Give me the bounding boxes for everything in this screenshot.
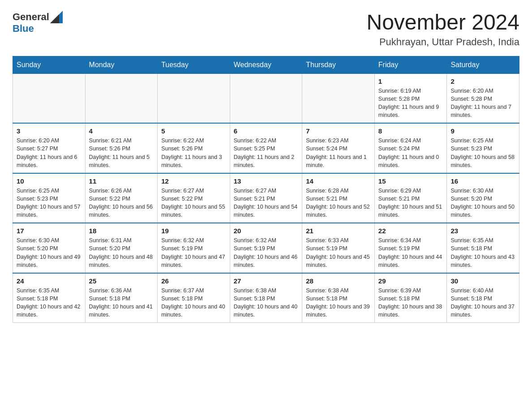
day-info: Sunrise: 6:24 AMSunset: 5:24 PMDaylight:… xyxy=(378,137,443,169)
calendar-cell: 3Sunrise: 6:20 AMSunset: 5:27 PMDaylight… xyxy=(13,123,86,173)
day-info: Sunrise: 6:20 AMSunset: 5:28 PMDaylight:… xyxy=(450,87,515,120)
day-number: 28 xyxy=(306,277,371,285)
calendar-cell: 22Sunrise: 6:34 AMSunset: 5:19 PMDayligh… xyxy=(374,223,447,273)
day-info: Sunrise: 6:25 AMSunset: 5:23 PMDaylight:… xyxy=(17,187,82,219)
calendar-cell: 4Sunrise: 6:21 AMSunset: 5:26 PMDaylight… xyxy=(85,123,158,173)
day-info: Sunrise: 6:23 AMSunset: 5:24 PMDaylight:… xyxy=(306,137,371,169)
day-info: Sunrise: 6:28 AMSunset: 5:21 PMDaylight:… xyxy=(306,187,371,219)
day-info: Sunrise: 6:37 AMSunset: 5:18 PMDaylight:… xyxy=(161,287,226,319)
calendar-cell: 12Sunrise: 6:27 AMSunset: 5:22 PMDayligh… xyxy=(158,173,230,223)
calendar-cell: 25Sunrise: 6:36 AMSunset: 5:18 PMDayligh… xyxy=(85,273,158,323)
day-number: 21 xyxy=(306,227,371,235)
week-row-5: 24Sunrise: 6:35 AMSunset: 5:18 PMDayligh… xyxy=(13,273,519,323)
day-info: Sunrise: 6:27 AMSunset: 5:22 PMDaylight:… xyxy=(161,187,226,219)
day-number: 22 xyxy=(378,227,443,235)
week-row-3: 10Sunrise: 6:25 AMSunset: 5:23 PMDayligh… xyxy=(13,173,519,223)
calendar-cell: 5Sunrise: 6:22 AMSunset: 5:26 PMDaylight… xyxy=(158,123,230,173)
day-number: 6 xyxy=(234,127,299,135)
day-number: 1 xyxy=(378,77,443,85)
weekday-header-monday: Monday xyxy=(85,56,158,73)
day-number: 27 xyxy=(234,277,299,285)
location-title: Pukhrayan, Uttar Pradesh, India xyxy=(366,36,519,48)
day-number: 9 xyxy=(450,127,515,135)
svg-marker-1 xyxy=(50,14,59,23)
day-number: 3 xyxy=(17,127,82,135)
weekday-header-thursday: Thursday xyxy=(302,56,375,73)
day-number: 15 xyxy=(378,177,443,185)
calendar-cell: 27Sunrise: 6:38 AMSunset: 5:18 PMDayligh… xyxy=(230,273,302,323)
day-number: 24 xyxy=(17,277,82,285)
calendar-cell: 1Sunrise: 6:19 AMSunset: 5:28 PMDaylight… xyxy=(374,73,447,123)
day-number: 16 xyxy=(450,177,515,185)
day-number: 23 xyxy=(450,227,515,235)
calendar-cell: 9Sunrise: 6:25 AMSunset: 5:23 PMDaylight… xyxy=(447,123,519,173)
calendar-cell xyxy=(13,73,86,123)
weekday-header-saturday: Saturday xyxy=(447,56,519,73)
day-info: Sunrise: 6:34 AMSunset: 5:19 PMDaylight:… xyxy=(378,236,443,269)
calendar-table: SundayMondayTuesdayWednesdayThursdayFrid… xyxy=(13,56,519,323)
day-info: Sunrise: 6:21 AMSunset: 5:26 PMDaylight:… xyxy=(89,137,154,169)
calendar-cell: 30Sunrise: 6:40 AMSunset: 5:18 PMDayligh… xyxy=(447,273,519,323)
day-info: Sunrise: 6:35 AMSunset: 5:18 PMDaylight:… xyxy=(450,236,515,269)
calendar-cell: 8Sunrise: 6:24 AMSunset: 5:24 PMDaylight… xyxy=(374,123,447,173)
calendar-cell: 7Sunrise: 6:23 AMSunset: 5:24 PMDaylight… xyxy=(302,123,375,173)
day-info: Sunrise: 6:29 AMSunset: 5:21 PMDaylight:… xyxy=(378,187,443,219)
day-info: Sunrise: 6:38 AMSunset: 5:18 PMDaylight:… xyxy=(306,287,371,319)
day-info: Sunrise: 6:22 AMSunset: 5:26 PMDaylight:… xyxy=(161,137,226,169)
day-number: 10 xyxy=(17,177,82,185)
calendar-cell xyxy=(85,73,158,123)
calendar-cell xyxy=(230,73,302,123)
day-info: Sunrise: 6:40 AMSunset: 5:18 PMDaylight:… xyxy=(450,287,515,319)
week-row-2: 3Sunrise: 6:20 AMSunset: 5:27 PMDaylight… xyxy=(13,123,519,173)
day-number: 7 xyxy=(306,127,371,135)
day-number: 4 xyxy=(89,127,154,135)
day-info: Sunrise: 6:30 AMSunset: 5:20 PMDaylight:… xyxy=(450,187,515,219)
day-number: 13 xyxy=(234,177,299,185)
calendar-cell: 11Sunrise: 6:26 AMSunset: 5:22 PMDayligh… xyxy=(85,173,158,223)
logo-triangle-icon xyxy=(50,11,63,23)
month-title: November 2024 xyxy=(366,11,519,34)
logo-blue-text: Blue xyxy=(13,23,64,34)
day-number: 5 xyxy=(161,127,226,135)
day-number: 12 xyxy=(161,177,226,185)
day-number: 25 xyxy=(89,277,154,285)
day-number: 11 xyxy=(89,177,154,185)
calendar-cell: 29Sunrise: 6:39 AMSunset: 5:18 PMDayligh… xyxy=(374,273,447,323)
header: General Blue November 2024 Pukhrayan, Ut… xyxy=(13,11,519,48)
weekday-header-sunday: Sunday xyxy=(13,56,86,73)
day-number: 8 xyxy=(378,127,443,135)
weekday-header-wednesday: Wednesday xyxy=(230,56,302,73)
day-info: Sunrise: 6:26 AMSunset: 5:22 PMDaylight:… xyxy=(89,187,154,219)
calendar-cell xyxy=(158,73,230,123)
calendar-cell: 28Sunrise: 6:38 AMSunset: 5:18 PMDayligh… xyxy=(302,273,375,323)
day-number: 2 xyxy=(450,77,515,85)
day-info: Sunrise: 6:30 AMSunset: 5:20 PMDaylight:… xyxy=(17,236,82,269)
calendar-cell: 24Sunrise: 6:35 AMSunset: 5:18 PMDayligh… xyxy=(13,273,86,323)
calendar-cell: 23Sunrise: 6:35 AMSunset: 5:18 PMDayligh… xyxy=(447,223,519,273)
day-info: Sunrise: 6:20 AMSunset: 5:27 PMDaylight:… xyxy=(17,137,82,169)
logo: General Blue xyxy=(13,11,64,34)
day-number: 29 xyxy=(378,277,443,285)
calendar-cell: 21Sunrise: 6:33 AMSunset: 5:19 PMDayligh… xyxy=(302,223,375,273)
calendar-cell: 13Sunrise: 6:27 AMSunset: 5:21 PMDayligh… xyxy=(230,173,302,223)
day-info: Sunrise: 6:35 AMSunset: 5:18 PMDaylight:… xyxy=(17,287,82,319)
calendar-cell: 18Sunrise: 6:31 AMSunset: 5:20 PMDayligh… xyxy=(85,223,158,273)
day-info: Sunrise: 6:19 AMSunset: 5:28 PMDaylight:… xyxy=(378,87,443,120)
day-info: Sunrise: 6:22 AMSunset: 5:25 PMDaylight:… xyxy=(234,137,299,169)
calendar-cell: 15Sunrise: 6:29 AMSunset: 5:21 PMDayligh… xyxy=(374,173,447,223)
day-info: Sunrise: 6:38 AMSunset: 5:18 PMDaylight:… xyxy=(234,287,299,319)
calendar-cell: 26Sunrise: 6:37 AMSunset: 5:18 PMDayligh… xyxy=(158,273,230,323)
calendar-cell: 17Sunrise: 6:30 AMSunset: 5:20 PMDayligh… xyxy=(13,223,86,273)
calendar-cell: 19Sunrise: 6:32 AMSunset: 5:19 PMDayligh… xyxy=(158,223,230,273)
title-area: November 2024 Pukhrayan, Uttar Pradesh, … xyxy=(366,11,519,48)
day-info: Sunrise: 6:32 AMSunset: 5:19 PMDaylight:… xyxy=(161,236,226,269)
calendar-cell: 10Sunrise: 6:25 AMSunset: 5:23 PMDayligh… xyxy=(13,173,86,223)
day-number: 20 xyxy=(234,227,299,235)
weekday-header-row: SundayMondayTuesdayWednesdayThursdayFrid… xyxy=(13,56,519,73)
weekday-header-friday: Friday xyxy=(374,56,447,73)
day-number: 18 xyxy=(89,227,154,235)
calendar-cell: 6Sunrise: 6:22 AMSunset: 5:25 PMDaylight… xyxy=(230,123,302,173)
day-number: 19 xyxy=(161,227,226,235)
day-info: Sunrise: 6:36 AMSunset: 5:18 PMDaylight:… xyxy=(89,287,154,319)
day-number: 30 xyxy=(450,277,515,285)
